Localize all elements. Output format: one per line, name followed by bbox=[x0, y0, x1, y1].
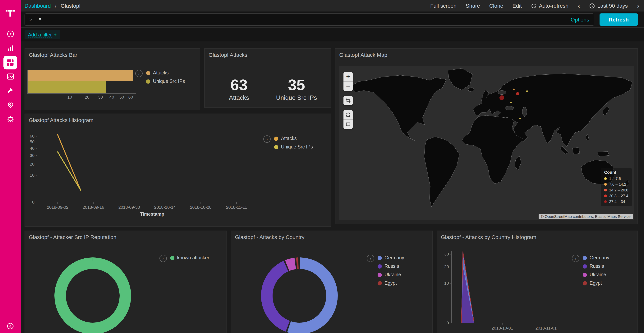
wrench-icon bbox=[6, 87, 14, 95]
refresh-button[interactable]: Refresh bbox=[600, 13, 638, 26]
chart-legend: ›GermanyRussiaUkraineEgypt bbox=[572, 255, 609, 286]
svg-text:2018-11-01: 2018-11-01 bbox=[535, 326, 556, 330]
panel-title: Glastopf Attacks bbox=[205, 49, 331, 58]
attack-marker bbox=[516, 92, 519, 95]
add-filter-link[interactable]: Add a filter + bbox=[24, 30, 60, 39]
dashboard-grid-icon bbox=[6, 58, 14, 67]
legend-item[interactable]: Russia bbox=[583, 263, 609, 269]
legend-item[interactable]: Ukraine bbox=[583, 272, 609, 277]
legend-item[interactable]: Egypt bbox=[583, 280, 609, 286]
sidebar-collapse-button[interactable] bbox=[0, 322, 21, 330]
legend-toggle-icon[interactable]: › bbox=[135, 70, 142, 77]
svg-text:2018-10-14: 2018-10-14 bbox=[154, 205, 176, 210]
edit-button[interactable]: Edit bbox=[512, 3, 522, 9]
reputation-donut-chart bbox=[49, 252, 137, 333]
filter-bar: Add a filter + bbox=[21, 28, 644, 42]
zoom-in-button[interactable]: + bbox=[344, 72, 353, 81]
metric-unique-src-ips: 35 Unique Src IPs bbox=[276, 77, 318, 101]
sidebar-item-dev-tools[interactable] bbox=[0, 84, 21, 98]
kibana-dashboard-app: Dashboard / Glastopf Full screen Share C… bbox=[0, 0, 644, 333]
query-options-link[interactable]: Options bbox=[571, 16, 590, 23]
donut-chart-svg bbox=[49, 252, 137, 333]
legend-item[interactable]: Germany bbox=[583, 255, 609, 260]
time-back-button[interactable]: ‹ bbox=[578, 2, 580, 10]
legend-item[interactable]: Germany bbox=[378, 255, 404, 260]
plus-icon: + bbox=[54, 32, 56, 38]
legend-item[interactable]: Attacks bbox=[146, 70, 185, 76]
attacks-histogram-chart: 01020304050602018-09-022018-09-162018-09… bbox=[26, 132, 271, 219]
rectangle-tool-button[interactable] bbox=[344, 119, 353, 129]
map-legend-row: 20.8 – 27.4 bbox=[604, 193, 628, 199]
x-axis-title: Timestamp bbox=[37, 211, 267, 217]
svg-text:60: 60 bbox=[30, 134, 34, 139]
map-count-legend: Count 1 – 7.67.6 – 14.214.2 – 20.820.8 –… bbox=[601, 168, 632, 206]
crop-tool-button[interactable] bbox=[344, 96, 353, 105]
map-legend-rows: 1 – 7.67.6 – 14.214.2 – 20.820.8 – 27.42… bbox=[604, 176, 628, 204]
svg-text:10: 10 bbox=[30, 173, 34, 178]
svg-text:0: 0 bbox=[32, 200, 34, 204]
sidebar-item-monitoring[interactable] bbox=[0, 98, 21, 112]
metric-attacks: 63 Attacks bbox=[218, 77, 260, 101]
legend-toggle-icon[interactable]: › bbox=[572, 255, 579, 262]
timelion-icon bbox=[6, 73, 14, 81]
bar-unique-src-ips bbox=[28, 81, 106, 93]
svg-text:50: 50 bbox=[30, 139, 34, 144]
world-map bbox=[339, 66, 634, 220]
svg-text:2018-11-11: 2018-11-11 bbox=[226, 205, 247, 210]
selected-app-highlight bbox=[4, 56, 17, 69]
auto-refresh-button[interactable]: Auto-refresh bbox=[531, 3, 568, 9]
bar-chart-icon bbox=[6, 44, 14, 52]
heartbeat-icon bbox=[6, 101, 14, 109]
panel-title: Glastopf Attack Map bbox=[336, 49, 638, 58]
legend-toggle-icon[interactable]: › bbox=[160, 255, 167, 262]
panel-title: Glastopf - Attacks by Country bbox=[231, 231, 432, 240]
sidebar-item-management[interactable] bbox=[0, 112, 21, 126]
attack-marker bbox=[519, 118, 521, 119]
svg-text:20: 20 bbox=[30, 162, 34, 167]
telekom-t-icon bbox=[5, 7, 16, 18]
panel-attacks-by-country: Glastopf - Attacks by Country ›GermanyRu… bbox=[231, 231, 433, 333]
global-nav-sidebar bbox=[0, 0, 21, 333]
main-content: Dashboard / Glastopf Full screen Share C… bbox=[21, 0, 644, 333]
sidebar-item-visualize[interactable] bbox=[0, 41, 21, 55]
breadcrumb-dashboard-link[interactable]: Dashboard bbox=[24, 3, 51, 9]
query-input[interactable]: >_ * Options bbox=[24, 13, 594, 26]
bar-chart-bars bbox=[28, 70, 136, 93]
legend-item[interactable]: Russia bbox=[378, 263, 404, 269]
legend-toggle-icon[interactable]: › bbox=[367, 255, 374, 262]
sidebar-item-discover[interactable] bbox=[0, 27, 21, 41]
share-button[interactable]: Share bbox=[466, 3, 480, 9]
x-tick-label: 20 bbox=[85, 95, 90, 99]
bar-attacks bbox=[28, 70, 133, 81]
full-screen-button[interactable]: Full screen bbox=[430, 3, 456, 9]
map-legend-row: 1 – 7.6 bbox=[604, 176, 628, 181]
map-legend-row: 14.2 – 20.8 bbox=[604, 187, 628, 193]
attack-map[interactable]: + − bbox=[339, 66, 634, 220]
map-legend-row: 7.6 – 14.2 bbox=[604, 181, 628, 187]
panel-title: Glastopf Attacks Bar bbox=[25, 49, 200, 58]
x-axis-title: Timestamp bbox=[452, 332, 574, 333]
panel-attack-map: Glastopf Attack Map bbox=[335, 48, 638, 224]
time-forward-button[interactable]: › bbox=[637, 2, 640, 10]
legend-item[interactable]: known attacker bbox=[170, 255, 209, 260]
svg-text:2018-09-16: 2018-09-16 bbox=[82, 205, 104, 210]
panel-title: Glastopf - Attacks by Country Histogram bbox=[437, 231, 638, 240]
legend-item[interactable]: Ukraine bbox=[378, 272, 404, 277]
legend-item[interactable]: Attacks bbox=[274, 136, 313, 141]
telekom-logo[interactable] bbox=[5, 0, 16, 22]
top-bar-actions: Full screen Share Clone Edit Auto-refres… bbox=[430, 2, 640, 10]
metric-group: 63 Attacks 35 Unique Src IPs bbox=[205, 77, 331, 101]
legend-item[interactable]: Unique Src IPs bbox=[146, 79, 185, 84]
time-range-picker[interactable]: Last 90 days bbox=[590, 3, 628, 9]
legend-toggle-icon[interactable]: › bbox=[263, 135, 271, 143]
clone-button[interactable]: Clone bbox=[489, 3, 503, 9]
attack-marker bbox=[513, 88, 515, 90]
sidebar-item-dashboard[interactable] bbox=[0, 55, 21, 70]
legend-item[interactable]: Egypt bbox=[378, 280, 404, 286]
crop-icon bbox=[346, 98, 351, 103]
zoom-out-button[interactable]: − bbox=[344, 81, 353, 91]
polygon-tool-button[interactable] bbox=[344, 110, 353, 119]
top-bar: Dashboard / Glastopf Full screen Share C… bbox=[21, 0, 644, 12]
sidebar-item-timelion[interactable] bbox=[0, 70, 21, 84]
legend-item[interactable]: Unique Src IPs bbox=[274, 144, 313, 150]
